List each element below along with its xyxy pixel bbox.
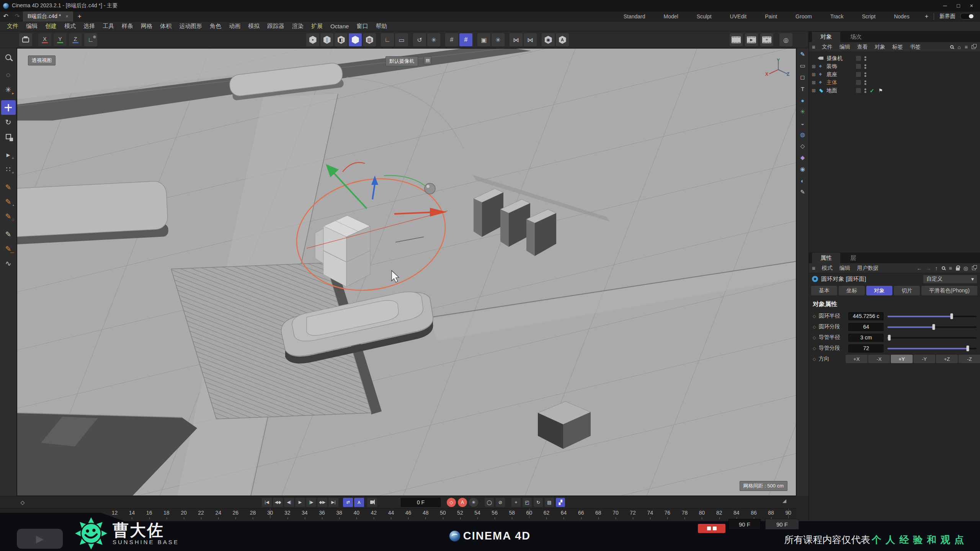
rectangle-spline-icon[interactable]: ▭ <box>797 60 808 71</box>
record-keyframe-button[interactable]: ◇ <box>447 498 456 507</box>
object-name[interactable]: 地面 <box>826 87 851 94</box>
preset-dropdown[interactable]: 自定义▾ <box>923 275 977 284</box>
filter-icon[interactable]: ≡ <box>965 44 968 50</box>
visibility-dots-icon[interactable] <box>864 56 866 61</box>
section-tab[interactable]: 基本 <box>811 286 837 295</box>
add-workspace-button[interactable]: + <box>920 13 934 20</box>
edges-mode-button[interactable] <box>320 33 333 46</box>
viewport-filter-button[interactable] <box>542 33 555 46</box>
text-spline-icon[interactable]: T <box>797 83 808 94</box>
parameter-slider[interactable] <box>887 334 977 342</box>
prev-key-button[interactable]: ◀◆ <box>273 498 283 507</box>
parameter-value-field[interactable]: 72 <box>848 344 884 352</box>
panel-tab[interactable]: 层 <box>842 253 864 263</box>
burger-icon[interactable]: ≡ <box>812 265 815 271</box>
panel-tab[interactable]: 场次 <box>842 32 870 42</box>
mograph-icon[interactable]: ✳ <box>797 106 808 117</box>
keying-settings-button[interactable]: ✳ <box>469 498 478 507</box>
x-axis-lock-button[interactable]: X <box>38 33 51 46</box>
render-filter-button[interactable] <box>556 33 569 46</box>
menu-item[interactable]: 工具 <box>99 22 118 31</box>
expander-icon[interactable]: ⊞ <box>811 80 816 85</box>
expander-icon[interactable]: ⊞ <box>811 64 816 69</box>
menu-item[interactable]: 扩展 <box>307 22 327 31</box>
direction-option[interactable]: +Y <box>891 355 913 363</box>
marker-button[interactable]: ◇ <box>18 498 28 507</box>
preview-range-button[interactable]: ⇄ <box>343 498 353 507</box>
enable-axis-button[interactable]: ↺ <box>413 33 426 46</box>
parameter-slider[interactable] <box>887 312 977 320</box>
play-button[interactable]: ▶ <box>295 498 305 507</box>
menu-item[interactable]: 跟踪器 <box>263 22 288 31</box>
object-row[interactable]: ⊞ 摄像机 ✓ ⚑ <box>809 54 980 62</box>
cube-primitive-icon[interactable]: ◻ <box>797 72 808 83</box>
parameter-slider[interactable] <box>887 344 977 352</box>
panel-tab[interactable]: 对象 <box>812 32 840 42</box>
workspace-tab[interactable]: Groom <box>787 12 820 21</box>
panel-tab[interactable]: 属性 <box>812 253 840 263</box>
viewport-solo-button[interactable]: ▣ <box>477 33 490 46</box>
spline-pen-icon[interactable]: ✎ <box>797 49 808 60</box>
menu-item[interactable]: 文件 <box>3 22 22 31</box>
direction-option[interactable]: -X <box>868 355 890 363</box>
symmetry-button[interactable]: ⋈ <box>510 33 523 46</box>
live-selection-tool[interactable]: ◌ <box>1 68 16 82</box>
render-view-button[interactable] <box>730 33 743 46</box>
content-browser-button[interactable] <box>19 33 32 46</box>
spline-smooth-tool[interactable]: ✎ ∷ <box>1 209 16 223</box>
spline-wrap-tool[interactable]: ∿ <box>1 256 16 271</box>
sketch-pen-tool[interactable]: ✎ ▪ <box>1 194 16 209</box>
object-name[interactable]: 主体 <box>826 79 851 86</box>
popout-icon[interactable] <box>972 45 975 49</box>
object-row[interactable]: ⊞ 地面 ✓ ⚑ <box>809 86 980 95</box>
modeling-settings-button[interactable]: ✳ <box>427 33 440 46</box>
polygons-mode-button[interactable] <box>335 33 348 46</box>
workspace-tab[interactable]: Track <box>822 12 852 21</box>
menu-item[interactable]: 模拟 <box>244 22 263 31</box>
scale-tool[interactable] <box>1 129 16 144</box>
visibility-dots-icon[interactable] <box>864 88 866 93</box>
expander-icon[interactable]: ⊞ <box>811 72 816 77</box>
enable-toggle-icon[interactable] <box>856 80 861 85</box>
next-key-button[interactable]: ◆▶ <box>317 498 327 507</box>
menu-item[interactable]: 创建 <box>41 22 60 31</box>
points-mode-button[interactable] <box>306 33 319 46</box>
undo-icon[interactable]: ↶ <box>0 13 11 20</box>
parameter-slider[interactable] <box>887 323 977 331</box>
menu-item[interactable]: 运动图形 <box>175 22 206 31</box>
attr-menu-item[interactable]: 编辑 <box>836 264 854 272</box>
search-icon[interactable] <box>942 266 945 270</box>
camera-label[interactable]: 默认摄像机 <box>385 56 418 66</box>
rotate-tool[interactable]: ↻ <box>1 115 16 129</box>
direction-option[interactable]: +X <box>846 355 867 363</box>
field-icon[interactable]: ◍ <box>797 129 808 140</box>
om-menu-item[interactable]: 文件 <box>818 43 836 51</box>
om-menu-item[interactable]: 编辑 <box>836 43 854 51</box>
key-scale-button[interactable]: ◰ <box>523 498 532 507</box>
visibility-dots-icon[interactable] <box>864 80 866 85</box>
parameter-value-field[interactable]: 3 cm <box>848 334 884 342</box>
workspace-tab[interactable]: Paint <box>756 12 786 21</box>
direction-option[interactable]: +Z <box>936 355 958 363</box>
direction-option[interactable]: -Z <box>959 355 980 363</box>
menu-item[interactable]: 渲染 <box>288 22 307 31</box>
workspace-tab[interactable]: Script <box>853 12 884 21</box>
move-tool[interactable] <box>1 100 16 115</box>
snap-settings-button[interactable]: # <box>459 33 472 46</box>
minimize-button[interactable]: ─ <box>943 3 947 9</box>
enable-toggle-icon[interactable] <box>856 56 861 61</box>
menu-item[interactable]: 角色 <box>206 22 225 31</box>
next-frame-button[interactable]: |▶ <box>306 498 316 507</box>
forward-icon[interactable]: → <box>926 265 931 271</box>
key-rotation-button[interactable]: ↻ <box>534 498 543 507</box>
prev-frame-button[interactable]: ◀| <box>284 498 294 507</box>
close-tab-icon[interactable]: × <box>65 13 69 19</box>
viewport-canvas[interactable] <box>17 49 796 496</box>
tag-flag-icon[interactable]: ⚑ <box>879 88 883 93</box>
menu-item[interactable]: 体积 <box>156 22 175 31</box>
object-name[interactable]: 装饰 <box>826 63 851 70</box>
object-name[interactable]: 摄像机 <box>826 55 851 62</box>
y-axis-lock-button[interactable]: Y <box>54 33 67 46</box>
brush-tool[interactable]: ✎ <box>1 227 16 241</box>
check-icon[interactable]: ✓ <box>870 88 874 94</box>
